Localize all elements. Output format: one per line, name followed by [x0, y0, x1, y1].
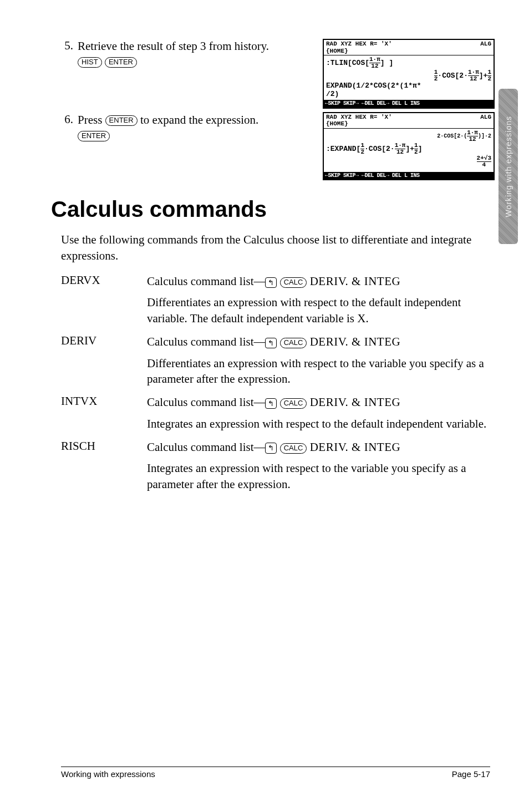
footer-right: Page 5-17	[452, 769, 490, 779]
scr2-hdr-sub: {HOME}	[326, 120, 348, 127]
cmd-name: DERIV	[61, 334, 147, 387]
left-shift-icon: ↰	[265, 338, 277, 349]
scr1-line3: EXPAND(1/2*COS(2*(1*π*	[326, 82, 491, 90]
step-text-post: to expand the expression.	[138, 113, 259, 126]
cmd-path-pre: Calculus command list—	[147, 440, 265, 454]
scr1-hdr-left: RAD XYZ HEX R= 'X'	[326, 40, 392, 47]
side-tab: Working with expressions	[499, 89, 518, 244]
cmd-path-pre: Calculus command list—	[147, 275, 265, 288]
key-enter: ENTER	[105, 57, 137, 68]
key-calc: CALC	[280, 398, 307, 409]
key-calc: CALC	[280, 443, 307, 454]
scr2-hdr-left: RAD XYZ HEX R= 'X'	[326, 114, 392, 120]
cmd-path-post: DERIV. & INTEG	[310, 395, 401, 409]
step-body: Retrieve the result of step 3 from histo…	[78, 39, 318, 69]
step-body: Press ENTER to expand the expression. EN…	[78, 113, 318, 143]
calc-screenshot-2: RAD XYZ HEX R= 'X' {HOME} ALG 2·COS[2·(1…	[323, 112, 495, 181]
cmd-name: DERVX	[61, 273, 147, 326]
scr1-menu: ←SKIP SKIP→ ←DEL DEL→ DEL L INS	[324, 100, 494, 108]
section-title: Calculus commands	[51, 197, 496, 222]
footer-left: Working with expressions	[61, 769, 155, 779]
scr2-hdr-right: ALG	[480, 114, 491, 128]
key-calc: CALC	[280, 338, 307, 348]
cmd-path-post: DERIV. & INTEG	[310, 335, 401, 348]
cmd-path-post: DERIV. & INTEG	[310, 440, 401, 454]
step-number: 6.	[61, 113, 78, 126]
cmd-name: RISCH	[61, 439, 147, 492]
key-enter-inline: ENTER	[105, 115, 138, 126]
calc-screenshot-1: RAD XYZ HEX R= 'X' {HOME} ALG :TLIN[COS[…	[323, 39, 495, 109]
key-enter: ENTER	[78, 131, 110, 141]
cmd-dervx: DERVX Calculus command list—↰ CALC DERIV…	[61, 273, 496, 326]
key-hist: HIST	[78, 57, 102, 68]
cmd-path-pre: Calculus command list—	[147, 395, 265, 409]
step-text: Retrieve the result of step 3 from histo…	[78, 39, 269, 53]
scr1-hdr-sub: {HOME}	[326, 48, 348, 54]
scr1-hdr-right: ALG	[480, 40, 491, 54]
step-5: 5. Retrieve the result of step 3 from hi…	[61, 39, 318, 69]
step-text-pre: Press	[78, 113, 105, 126]
cmd-desc: Integrates an expression with respect to…	[147, 460, 496, 492]
left-shift-icon: ↰	[265, 398, 277, 409]
side-tab-label: Working with expressions	[504, 116, 513, 217]
cmd-desc: Integrates an expression with respect to…	[147, 416, 496, 432]
step-6: 6. Press ENTER to expand the expression.…	[61, 113, 318, 143]
key-calc: CALC	[280, 277, 307, 288]
left-shift-icon: ↰	[265, 443, 277, 454]
scr2-menu: ←SKIP SKIP→ ←DEL DEL→ DEL L INS	[324, 172, 494, 180]
cmd-risch: RISCH Calculus command list—↰ CALC DERIV…	[61, 439, 496, 492]
cmd-name: INTVX	[61, 394, 147, 432]
cmd-intvx: INTVX Calculus command list—↰ CALC DERIV…	[61, 394, 496, 432]
cmd-deriv: DERIV Calculus command list—↰ CALC DERIV…	[61, 334, 496, 387]
cmd-desc: Differentiates an expression with respec…	[147, 356, 496, 387]
cmd-path-post: DERIV. & INTEG	[310, 275, 401, 288]
cmd-desc: Differentiates an expression with respec…	[147, 295, 496, 326]
left-shift-icon: ↰	[265, 277, 277, 288]
section-intro: Use the following commands from the Calc…	[61, 232, 496, 263]
page-footer: Working with expressions Page 5-17	[61, 767, 490, 779]
cmd-path-pre: Calculus command list—	[147, 335, 265, 348]
step-number: 5.	[61, 39, 78, 53]
scr1-line4: /2)	[326, 90, 491, 99]
